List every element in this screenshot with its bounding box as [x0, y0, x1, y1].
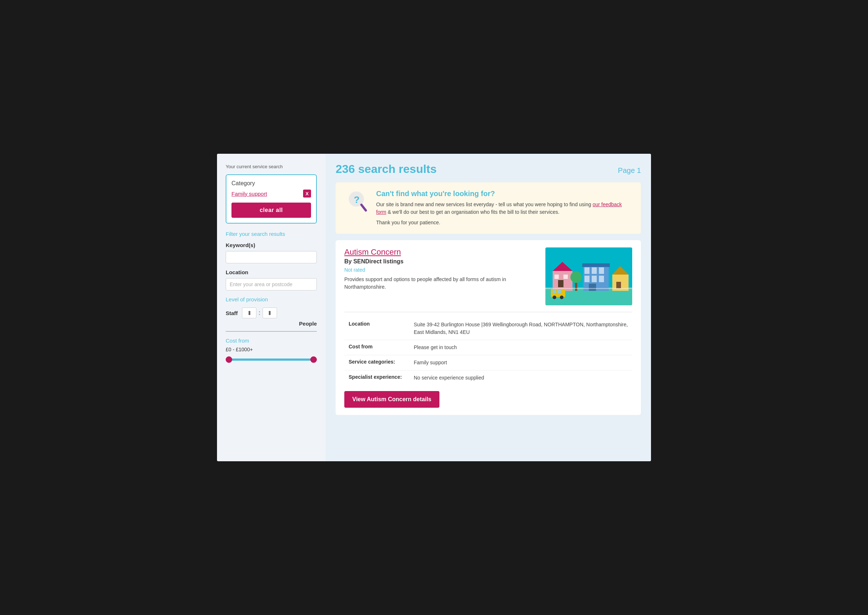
result-title[interactable]: Autism Concern: [344, 247, 538, 257]
svg-rect-20: [582, 263, 610, 267]
specialist-value: No service experience supplied: [414, 374, 484, 382]
category-label: Category: [231, 180, 311, 187]
cost-row: Cost from Please get in touch: [344, 340, 632, 355]
svg-point-25: [553, 295, 556, 299]
cant-find-body: Our site is brand new and new services l…: [376, 201, 632, 216]
location-row: Location Suite 39-42 Burlington House |3…: [344, 317, 632, 340]
results-header: 236 search results Page 1: [336, 162, 641, 176]
svg-rect-17: [592, 276, 597, 282]
result-image: [545, 247, 632, 305]
result-card: Autism Concern By SENDirect listings Not…: [336, 240, 641, 415]
svg-rect-29: [545, 288, 632, 289]
svg-point-11: [570, 271, 582, 283]
level-label: Level of provision: [226, 296, 317, 303]
categories-value: Family support: [414, 359, 447, 367]
svg-rect-14: [592, 267, 597, 274]
search-box: Category Family support X clear all: [226, 174, 317, 223]
svg-rect-13: [584, 267, 589, 274]
separator: :: [259, 310, 260, 316]
page-indicator: Page 1: [618, 166, 641, 175]
location-value: Suite 39-42 Burlington House |369 Wellin…: [414, 321, 628, 336]
svg-rect-8: [555, 275, 559, 279]
svg-rect-18: [599, 276, 604, 282]
result-subtitle: By SENDirect listings: [344, 258, 538, 265]
svg-rect-7: [558, 280, 564, 287]
keywords-label: Keyword(s): [226, 242, 317, 248]
staff-stepper-left[interactable]: ⬍: [242, 308, 256, 318]
results-count: 236 search results: [336, 162, 436, 176]
svg-rect-15: [599, 267, 604, 274]
cost-title: Cost from: [226, 337, 317, 344]
cant-find-heading: Can't find what you're looking for?: [376, 190, 632, 198]
main-content: 236 search results Page 1 ? Can't find w…: [326, 154, 651, 461]
staff-label: Staff: [226, 310, 238, 316]
result-rating: Not rated: [344, 267, 538, 273]
result-description: Provides support and options to people a…: [344, 276, 538, 291]
category-row: Family support X: [231, 190, 311, 198]
cost-range: £0 - £1000+: [226, 347, 317, 352]
location-label: Location: [226, 269, 317, 275]
svg-rect-10: [575, 282, 577, 291]
svg-rect-28: [557, 290, 561, 293]
clear-all-button[interactable]: clear all: [231, 203, 311, 218]
staff-stepper-right[interactable]: ⬍: [263, 308, 277, 318]
staff-row: Staff ⬍ : ⬍: [226, 308, 317, 318]
people-label: People: [299, 320, 317, 327]
specialist-row: Specialist experience: No service experi…: [344, 370, 632, 385]
category-link[interactable]: Family support: [231, 190, 267, 197]
svg-point-26: [560, 295, 564, 299]
svg-rect-19: [589, 284, 596, 291]
people-row: People: [226, 320, 317, 332]
categories-row: Service categories: Family support: [344, 355, 632, 370]
level-of-provision-section: Level of provision Staff ⬍ : ⬍ People: [226, 296, 317, 332]
cant-find-text: Can't find what you're looking for? Our …: [376, 190, 632, 226]
svg-line-2: [361, 205, 366, 211]
svg-rect-9: [564, 275, 568, 279]
filter-section-title: Filter your search results: [226, 231, 317, 237]
keywords-input[interactable]: [226, 251, 317, 263]
search-question-icon: ?: [344, 190, 369, 215]
cost-value: Please get in touch: [414, 344, 457, 351]
view-details-button[interactable]: View Autism Concern details: [344, 391, 439, 408]
slider-track: [226, 359, 317, 361]
specialist-key: Specialist experience:: [349, 374, 414, 382]
slider-thumb-max[interactable]: [310, 356, 317, 363]
cant-find-thanks: Thank you for your patience.: [376, 219, 632, 226]
card-details: Location Suite 39-42 Burlington House |3…: [344, 312, 632, 385]
cost-section: Cost from £0 - £1000+: [226, 337, 317, 363]
cost-slider[interactable]: [226, 356, 317, 363]
svg-rect-23: [616, 282, 621, 288]
sidebar-title: Your current service search: [226, 164, 317, 169]
location-key: Location: [349, 321, 414, 336]
sidebar: Your current service search Category Fam…: [217, 154, 326, 461]
svg-text:?: ?: [354, 194, 360, 205]
cost-key: Cost from: [349, 344, 414, 351]
categories-key: Service categories:: [349, 359, 414, 367]
svg-rect-27: [553, 290, 556, 293]
close-category-button[interactable]: X: [303, 190, 311, 198]
card-info: Autism Concern By SENDirect listings Not…: [344, 247, 538, 305]
svg-rect-16: [584, 276, 589, 282]
location-input[interactable]: [226, 278, 317, 290]
card-top: Autism Concern By SENDirect listings Not…: [344, 247, 632, 305]
slider-thumb-min[interactable]: [226, 356, 232, 363]
cant-find-banner: ? Can't find what you're looking for? Ou…: [336, 182, 641, 234]
